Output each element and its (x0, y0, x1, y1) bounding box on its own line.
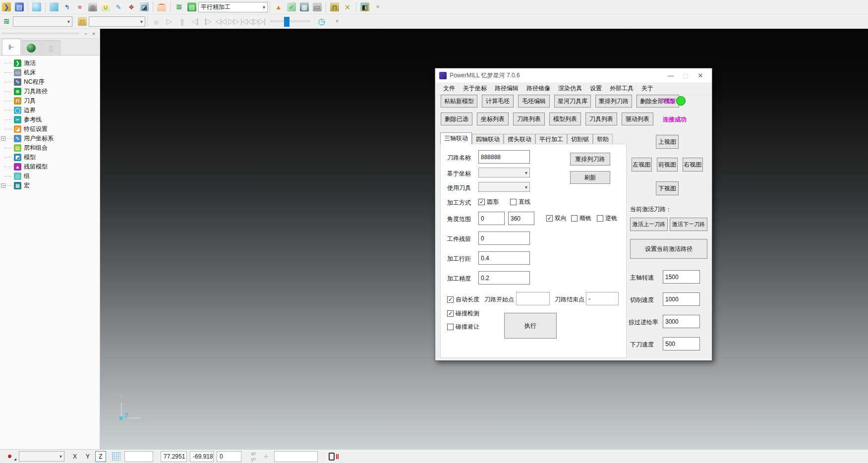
fast-forward-button[interactable]: ▷▷ (227, 17, 240, 26)
toolpath-list-icon[interactable]: ▤ (186, 1, 198, 13)
open-project-icon[interactable]: ❯ (0, 1, 12, 13)
restore-pane-icon[interactable]: ▫ (82, 30, 90, 37)
sim-speed-slider[interactable] (271, 20, 310, 22)
action-button[interactable]: 刀路列表 (513, 113, 545, 125)
cutting-speed-input[interactable] (663, 292, 700, 306)
pattern-draw-icon[interactable]: ✎ (113, 1, 124, 13)
tree-item-label[interactable]: 激活 (24, 59, 36, 67)
play-button[interactable]: ▷ (163, 17, 175, 26)
climb-mill-checkbox[interactable]: ✓顺铣 (571, 214, 591, 223)
expand-icon[interactable]: + (1, 136, 5, 141)
tree-item[interactable]: ≋刀具路径 (0, 87, 100, 96)
action-button[interactable]: 删除已选 (441, 113, 472, 125)
sphere-icon[interactable] (31, 1, 43, 13)
tree-item-label[interactable]: 层和组合 (24, 144, 48, 152)
tool-holder-icon[interactable]: ⌒ (156, 1, 168, 13)
probe-icon[interactable]: ✛ (261, 451, 272, 462)
tree-item[interactable]: +▦宏 (0, 181, 100, 190)
go-to-end-button[interactable]: ▷▷| (253, 17, 266, 26)
dialog-tab[interactable]: 切割锯 (567, 134, 593, 144)
action-button[interactable]: 星河刀具库 (554, 95, 591, 108)
points-pattern-icon[interactable]: ❖ (125, 1, 137, 13)
cubes-icon[interactable]: ◧ (359, 1, 371, 13)
view-front-button[interactable]: 前视图 (657, 158, 678, 172)
calculator-icon[interactable]: ▦ (298, 1, 310, 13)
tree-item-label[interactable]: NC程序 (24, 78, 44, 86)
menu-item[interactable]: 外部工具 (606, 84, 637, 93)
view-top-button[interactable]: 上视图 (656, 135, 679, 149)
axis-y-button[interactable]: Y (82, 451, 93, 462)
action-button[interactable]: 驱动列表 (622, 113, 653, 125)
maximize-button[interactable]: ▢ (678, 70, 693, 81)
close-pane-icon[interactable]: × (90, 30, 98, 37)
action-button[interactable]: 粘贴新模型 (441, 95, 477, 108)
angle-from-input[interactable] (478, 212, 505, 225)
tool-block-icon[interactable]: ◪ (138, 1, 150, 13)
stock-left-input[interactable] (478, 232, 530, 245)
bidirectional-checkbox[interactable]: ✓双向 (546, 214, 567, 223)
pause-button[interactable]: || (175, 17, 188, 26)
menu-item[interactable]: 关于坐标 (459, 84, 491, 93)
tree-item-label[interactable]: 宏 (24, 181, 30, 190)
tree-item[interactable]: ▭机床 (0, 68, 100, 77)
activate-next-toolpath-button[interactable]: 激活下一刀路 (670, 218, 707, 231)
level-combo[interactable]: ▾ (19, 451, 64, 462)
sim-toolpath-combo[interactable]: ▾ (13, 16, 72, 27)
menu-item[interactable]: 路径编辑 (491, 84, 522, 93)
toolpath-strategy-combo[interactable]: 平行精加工 ▾ (198, 2, 268, 12)
collision-check-checkbox[interactable]: ✓碰撞检测 (447, 309, 479, 318)
grid-size-field[interactable] (124, 451, 153, 462)
tool-fire-icon[interactable]: ▲ (273, 1, 285, 13)
tree-item[interactable]: ▲残留模型 (0, 162, 100, 172)
axis-z-button[interactable]: Z (95, 451, 106, 462)
plunge-speed-input[interactable] (663, 337, 700, 350)
toolpath-sim-icon[interactable]: ≋ (0, 15, 12, 27)
end-point-input[interactable] (586, 292, 619, 305)
tree-item[interactable]: +✎用户坐标系 (0, 134, 100, 143)
grid-button[interactable] (111, 451, 122, 462)
transform-icon[interactable]: ✕ (342, 1, 353, 13)
xyz-list-icon[interactable]: x=y= (248, 451, 259, 462)
block-icon[interactable] (48, 1, 60, 13)
tab-explorer-tree[interactable]: ⊩ (2, 39, 21, 55)
drag-handle[interactable] (2, 33, 79, 34)
toolbar-close-icon[interactable]: × (372, 1, 384, 13)
start-point-input[interactable] (516, 292, 550, 305)
line-checkbox[interactable]: ✓直线 (510, 198, 530, 206)
close-button[interactable]: ✕ (693, 70, 708, 81)
toolpath-icon[interactable]: ≋ (173, 1, 185, 13)
rewind-button[interactable]: ◁◁ (214, 17, 227, 26)
set-active-path-button[interactable]: 设置当前激活路径 (630, 239, 707, 259)
measure-field[interactable] (274, 451, 318, 462)
dialog-tab[interactable]: 摆头联动 (504, 134, 535, 144)
view-left-button[interactable]: 左视图 (632, 158, 652, 172)
menu-item[interactable]: 关于 (637, 84, 657, 93)
tree-item[interactable]: ✎NC程序 (0, 77, 100, 87)
tree-item[interactable]: ◩模型 (0, 153, 100, 162)
expand-icon[interactable]: + (1, 183, 5, 188)
tree-item-label[interactable]: 特征设置 (24, 125, 48, 133)
menu-item[interactable]: 渲染仿真 (554, 84, 586, 93)
tree-item-label[interactable]: 边界 (24, 106, 36, 115)
based-coord-combo[interactable]: ▾ (478, 168, 530, 177)
tab-recycle-bin[interactable]: ▯ (42, 40, 60, 55)
sim-toolbar-close-icon[interactable]: × (331, 15, 343, 27)
dialog-tab[interactable]: 帮助 (593, 134, 613, 144)
draw-mode-button[interactable] (1, 451, 18, 462)
ruler-icon[interactable]: ▭ (311, 1, 323, 13)
tree-item-label[interactable]: 残留模型 (24, 163, 48, 171)
angle-to-input[interactable] (508, 212, 534, 225)
tree-item[interactable]: ▤层和组合 (0, 143, 100, 153)
clock-icon[interactable]: ◷ (316, 15, 328, 27)
tool-icon[interactable]: ◎ (87, 1, 99, 13)
slider-handle[interactable] (284, 17, 289, 27)
activate-prev-toolpath-button[interactable]: 激活上一刀路 (630, 218, 668, 231)
tree-item-label[interactable]: 模型 (24, 153, 36, 162)
menu-item[interactable]: 设置 (586, 84, 606, 93)
dialog-titlebar[interactable]: PowerMILL 忆梦星河 7.0.6 — ▢ ✕ (435, 68, 712, 82)
tree-item-label[interactable]: 刀具路径 (24, 87, 48, 96)
tree-item[interactable]: ◯边界 (0, 106, 100, 115)
tree-item[interactable]: ⊓刀具 (0, 96, 100, 106)
tree-item[interactable]: ❯激活 (0, 58, 100, 68)
sim-tool-combo[interactable]: ▾ (89, 16, 145, 27)
